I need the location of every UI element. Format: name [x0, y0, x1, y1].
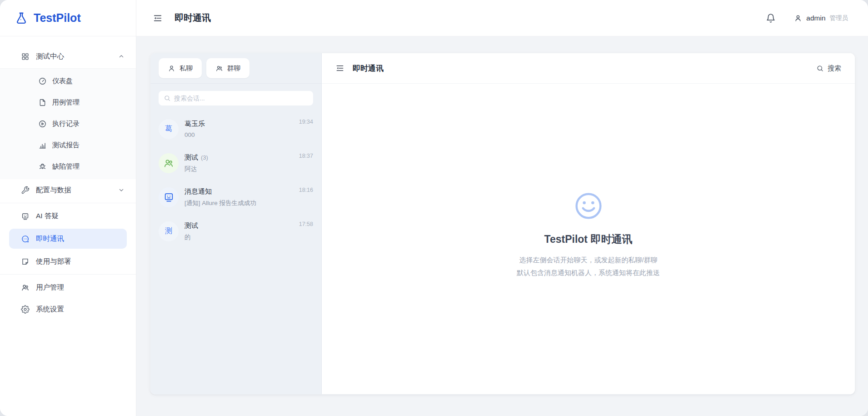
brand-logo[interactable]: TestPilot [0, 0, 136, 36]
bug-icon [38, 162, 47, 171]
chevron-up-icon [118, 53, 125, 60]
header-actions: admin 管理员 [766, 13, 848, 23]
grid-icon [21, 52, 30, 61]
tab-label: 私聊 [180, 64, 193, 73]
conversation-info: 测试 (3) 阿达 [185, 153, 313, 173]
sidebar-item-label: 用户管理 [36, 283, 64, 292]
app-window: TestPilot 测试中心 仪表盘 用例管理 执行记录 [0, 0, 868, 416]
sidebar-group-config-data[interactable]: 配置与数据 [0, 179, 136, 201]
users-icon [21, 283, 30, 292]
sidebar-item-dashboard[interactable]: 仪表盘 [0, 70, 136, 92]
sidebar-item-defect-management[interactable]: 缺陷管理 [0, 156, 136, 177]
sidebar-item-label: AI 答疑 [36, 211, 59, 221]
sidebar-item-usage-deployment[interactable]: 使用与部署 [0, 251, 136, 272]
member-count: (3) [201, 154, 208, 161]
sidebar-group-label: 配置与数据 [36, 185, 71, 195]
sidebar-item-label: 执行记录 [52, 120, 80, 128]
conversation-time: 18:37 [299, 153, 313, 159]
empty-state-line2: 默认包含消息通知机器人，系统通知将在此推送 [517, 266, 660, 279]
bar-chart-icon [38, 141, 47, 150]
sidebar-group-test-center[interactable]: 测试中心 [0, 45, 136, 67]
user-icon [168, 65, 175, 72]
users-icon [163, 158, 174, 169]
conversation-panel: 私聊 群聊 [150, 53, 322, 394]
user-menu[interactable]: admin 管理员 [794, 14, 848, 22]
robot-icon [163, 191, 175, 203]
divider [0, 274, 136, 275]
conversation-name: 葛玉乐 [185, 120, 205, 128]
search-icon [816, 65, 824, 72]
conversation-item[interactable]: 消息通知 [通知] Allure 报告生成成功 18:16 [150, 180, 321, 214]
sidebar-item-test-reports[interactable]: 测试报告 [0, 135, 136, 156]
conversation-search-wrap [150, 84, 321, 109]
conversation-time: 19:34 [299, 119, 313, 125]
sidebar-item-system-settings[interactable]: 系统设置 [0, 298, 136, 320]
sidebar: TestPilot 测试中心 仪表盘 用例管理 执行记录 [0, 0, 136, 416]
conversation-search-input[interactable] [159, 91, 313, 105]
play-circle-icon [38, 120, 47, 128]
wrench-icon [21, 186, 30, 195]
conversation-time: 17:58 [299, 221, 313, 227]
users-icon [215, 65, 223, 72]
chat-bubble-icon [21, 235, 30, 243]
brand-name: TestPilot [34, 11, 81, 25]
user-icon [794, 14, 802, 22]
note-icon [21, 257, 30, 266]
sidebar-group-label: 测试中心 [36, 52, 64, 61]
flask-icon [15, 11, 28, 25]
avatar-initial: 葛 [165, 124, 172, 134]
main-column: 即时通讯 admin 管理员 私聊 [136, 0, 868, 416]
messaging-card: 私聊 群聊 [150, 53, 855, 395]
menu-fold-icon[interactable] [335, 64, 344, 73]
empty-state-description: 选择左侧会话开始聊天，或发起新的私聊/群聊 默认包含消息通知机器人，系统通知将在… [517, 254, 660, 279]
avatar-initial: 测 [165, 226, 172, 236]
empty-state-title: TestPilot 即时通讯 [517, 232, 660, 246]
conversation-info: 消息通知 [通知] Allure 报告生成成功 [185, 187, 313, 207]
sidebar-menu: 测试中心 仪表盘 用例管理 执行记录 测试报告 [0, 36, 136, 416]
chat-search-label: 搜索 [828, 64, 841, 73]
chat-panel-body: TestPilot 即时通讯 选择左侧会话开始聊天，或发起新的私聊/群聊 默认包… [322, 84, 855, 394]
sidebar-item-label: 测试报告 [52, 141, 80, 150]
search-icon [164, 95, 171, 102]
chat-search-button[interactable]: 搜索 [816, 64, 841, 73]
page-title: 即时通讯 [175, 12, 211, 24]
chat-panel-title: 即时通讯 [353, 63, 384, 74]
conversation-last-message: 的 [185, 233, 300, 241]
bell-icon[interactable] [766, 13, 776, 23]
sidebar-item-label: 系统设置 [36, 305, 64, 314]
divider [0, 203, 136, 203]
chat-main-panel: 即时通讯 搜索 TestPilot 即时通讯 选择左侧会话开始聊天，或发起新的私… [322, 53, 855, 394]
tab-label: 群聊 [227, 64, 240, 73]
conversation-item[interactable]: 测 测试 的 17:58 [150, 214, 321, 248]
conversation-info: 葛玉乐 000 [185, 120, 313, 138]
sidebar-item-case-management[interactable]: 用例管理 [0, 92, 136, 113]
tab-group-chat[interactable]: 群聊 [206, 58, 249, 78]
gauge-icon [38, 77, 47, 85]
content-area: 私聊 群聊 [136, 36, 868, 416]
conversation-time: 18:16 [299, 187, 313, 193]
avatar: 葛 [159, 119, 179, 139]
conversation-last-message: 阿达 [185, 165, 300, 173]
sidebar-item-label: 使用与部署 [36, 257, 71, 266]
conversation-item[interactable]: 葛 葛玉乐 000 19:34 [150, 112, 321, 146]
conversation-last-message: [通知] Allure 报告生成成功 [185, 199, 300, 207]
tab-private-chat[interactable]: 私聊 [159, 58, 202, 78]
sidebar-item-instant-messaging[interactable]: 即时通讯 [9, 229, 127, 249]
chat-type-tabs: 私聊 群聊 [150, 53, 321, 84]
sidebar-item-label: 仪表盘 [52, 77, 73, 85]
conversation-info: 测试 的 [185, 221, 313, 241]
sidebar-item-user-management[interactable]: 用户管理 [0, 276, 136, 298]
sidebar-item-ai-qa[interactable]: AI 答疑 [0, 205, 136, 227]
avatar [159, 153, 179, 173]
conversation-item[interactable]: 测试 (3) 阿达 18:37 [150, 146, 321, 180]
menu-fold-icon[interactable] [153, 13, 163, 23]
conversation-last-message: 000 [185, 131, 300, 138]
sidebar-item-execution-records[interactable]: 执行记录 [0, 113, 136, 135]
robot-icon [21, 212, 30, 221]
chevron-down-icon [118, 186, 125, 194]
sidebar-item-label: 用例管理 [52, 98, 80, 107]
empty-state: TestPilot 即时通讯 选择左侧会话开始聊天，或发起新的私聊/群聊 默认包… [517, 190, 660, 279]
avatar [159, 187, 179, 207]
chat-panel-header: 即时通讯 搜索 [322, 53, 855, 84]
top-header: 即时通讯 admin 管理员 [136, 0, 868, 36]
